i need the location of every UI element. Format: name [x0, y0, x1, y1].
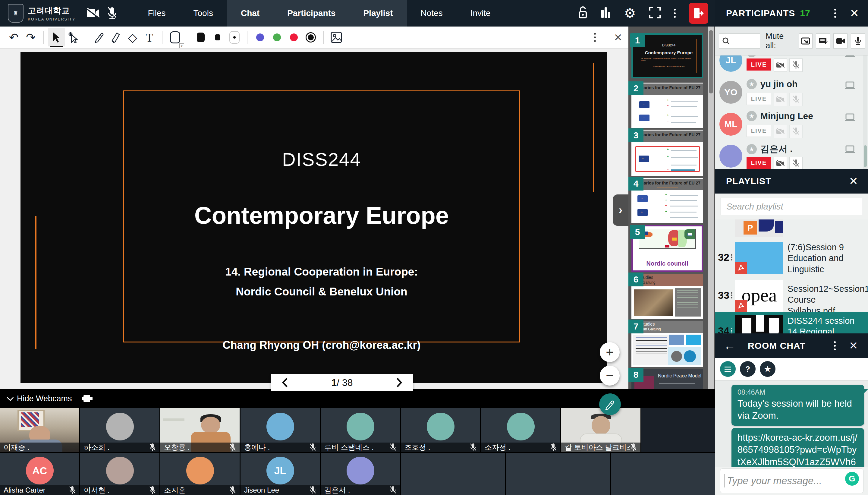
chat-more-button[interactable]: [834, 341, 836, 350]
leave-room-button[interactable]: [689, 3, 708, 24]
slide-thumbnail-4[interactable]: 4 scenarios for the Future of EU 27─────…: [631, 178, 703, 223]
participant-row[interactable]: ML ★ Minjung Lee LIVE: [715, 110, 868, 142]
pen-tool-button[interactable]: [90, 28, 107, 47]
mute-all-cameras-button[interactable]: [833, 33, 848, 49]
chat-close-button[interactable]: ✕: [849, 339, 858, 352]
lock-button[interactable]: [578, 6, 587, 20]
shape-dropdown-caret[interactable]: ▾: [179, 44, 184, 48]
participant-row[interactable]: ★ 김은서 . LIVE: [715, 142, 868, 169]
stroke-width-dot-button[interactable]: [226, 28, 243, 47]
mic-off-button[interactable]: [103, 0, 122, 27]
chat-message-input[interactable]: Type your message... G: [720, 468, 864, 493]
stats-button[interactable]: [601, 7, 611, 20]
redo-button[interactable]: ↷: [22, 28, 39, 47]
playlist-item-partial[interactable]: P: [715, 220, 868, 239]
next-slide-button[interactable]: [396, 377, 403, 388]
mute-all-mics-button[interactable]: [851, 33, 865, 49]
webcam-tile[interactable]: 소자정 .: [481, 408, 560, 452]
back-arrow-icon[interactable]: ←: [724, 339, 736, 353]
fullscreen-button[interactable]: [649, 7, 661, 20]
menu-item-invite[interactable]: Invite: [457, 0, 505, 27]
highlighter-tool-button[interactable]: [107, 28, 124, 47]
slide-thumbnail-2[interactable]: 2 scenarios for the Future of EU 27─────…: [631, 83, 703, 128]
toolbar-close-button[interactable]: ✕: [614, 31, 623, 44]
webcam-tile[interactable]: 김은서 .: [321, 453, 400, 495]
participant-camera-button[interactable]: [774, 125, 787, 138]
live-badge[interactable]: LIVE: [747, 157, 771, 169]
help-button[interactable]: ?: [740, 361, 756, 377]
insert-image-button[interactable]: [328, 28, 345, 47]
settings-button[interactable]: ⚙: [624, 7, 636, 20]
participants-close-button[interactable]: ✕: [850, 7, 859, 20]
playlist-search-input[interactable]: Search playlist: [721, 198, 863, 215]
color-red-button[interactable]: [285, 28, 302, 47]
slide-thumbnail-5[interactable]: 5 Nordic council: [631, 225, 703, 272]
participant-row[interactable]: YO ★ yu jin oh LIVE: [715, 79, 868, 110]
playlist-item-more-button[interactable]: [731, 253, 732, 261]
thumbnail-scrollbar[interactable]: [708, 27, 714, 389]
shape-tool-button[interactable]: ▾: [167, 28, 184, 47]
menu-item-tools[interactable]: Tools: [180, 0, 227, 27]
undo-button[interactable]: ↶: [5, 28, 22, 47]
zoom-in-button[interactable]: +: [600, 342, 620, 362]
webcam-tile[interactable]: 조지훈: [160, 453, 240, 495]
stroke-width-large-button[interactable]: [192, 28, 209, 47]
live-badge[interactable]: LIVE: [747, 125, 771, 137]
whiteboard-canvas[interactable]: DISS244 Contemporary Europe 14. Regional…: [0, 49, 628, 389]
previous-slide-button[interactable]: [281, 377, 288, 388]
monitor-icon[interactable]: [845, 81, 855, 90]
thumbnail-panel-toggle[interactable]: ›: [613, 194, 628, 226]
webcam-tile[interactable]: 하소희 .: [80, 408, 159, 452]
color-blue-button[interactable]: [251, 28, 268, 47]
participant-row[interactable]: JL ★ Jiseon Lee LIVE: [715, 55, 868, 79]
zoom-out-button[interactable]: −: [600, 366, 620, 386]
participant-camera-button[interactable]: [774, 58, 787, 72]
participant-mic-button[interactable]: [789, 157, 803, 169]
menu-item-chat[interactable]: Chat: [227, 0, 273, 27]
transform-tool-button[interactable]: [65, 28, 82, 47]
live-badge[interactable]: LIVE: [747, 58, 771, 70]
participants-scrollbar[interactable]: [863, 55, 867, 169]
slide-thumbnail-3[interactable]: 3 scenarios for the Future of EU 27─────…: [631, 130, 703, 176]
stroke-width-small-button[interactable]: [209, 28, 226, 47]
mute-all-screens-button[interactable]: [799, 33, 813, 49]
toolbar-more-button[interactable]: [594, 33, 596, 42]
eraser-tool-button[interactable]: ◇: [124, 28, 141, 47]
color-green-button[interactable]: [268, 28, 285, 47]
webcam-tile[interactable]: 오창룡 .: [160, 408, 240, 452]
webcam-tile[interactable]: 칼 토비아스 달크비스...: [561, 408, 640, 452]
webcam-tile[interactable]: 루비 스탬네스 .: [321, 408, 400, 452]
draw-mode-button[interactable]: [599, 393, 621, 415]
participant-mic-button[interactable]: [789, 93, 803, 106]
webcam-tile[interactable]: 홍예나 .: [241, 408, 320, 452]
webcam-tile[interactable]: 이서현 .: [80, 453, 159, 495]
camera-off-button[interactable]: [83, 0, 103, 27]
hide-webcams-toggle[interactable]: Hide Webcams: [17, 394, 72, 403]
participants-more-button[interactable]: [834, 9, 836, 18]
chat-message-area[interactable]: 08:46AM Today's session will be held via…: [715, 380, 868, 467]
slide-thumbnail-6[interactable]: 6 e Studies han Galtung: [631, 274, 703, 319]
live-badge[interactable]: LIVE: [747, 93, 771, 105]
menu-item-playlist[interactable]: Playlist: [349, 0, 406, 27]
playlist-item[interactable]: 32 (7:6)Session 9 Education and Linguist…: [715, 239, 868, 277]
menu-item-participants[interactable]: Participants: [273, 0, 349, 27]
more-options-button[interactable]: [674, 9, 676, 18]
participant-camera-button[interactable]: [774, 93, 787, 106]
color-black-selected-button[interactable]: [302, 28, 319, 47]
playlist-item[interactable]: 33 opea DISS244 session 14 Regional coop…: [715, 277, 868, 312]
webcam-tile[interactable]: AC Alisha Carter: [0, 453, 79, 495]
participant-camera-button[interactable]: [774, 157, 787, 169]
menu-item-files[interactable]: Files: [134, 0, 179, 27]
webcam-tile[interactable]: 조호정 .: [401, 408, 480, 452]
playlist-item-more-button[interactable]: [731, 291, 732, 300]
select-tool-button[interactable]: [48, 28, 65, 47]
webcam-tile[interactable]: JL Jiseon Lee: [241, 453, 320, 495]
chat-message-link[interactable]: https://korea-ac-kr.zoom.us/j/8657499810…: [737, 432, 858, 467]
slide-thumbnail-8[interactable]: 8 Nordic Peace Model: [631, 369, 703, 389]
playlist-close-button[interactable]: ✕: [849, 175, 858, 188]
monitor-icon[interactable]: [845, 145, 855, 154]
participant-mic-button[interactable]: [789, 58, 803, 72]
slide-thumbnail-1[interactable]: 1 DISS244 Contemporary Europe 14. Region…: [631, 33, 703, 79]
participants-search-input[interactable]: [719, 33, 760, 49]
mute-all-chat-button[interactable]: [816, 33, 830, 49]
